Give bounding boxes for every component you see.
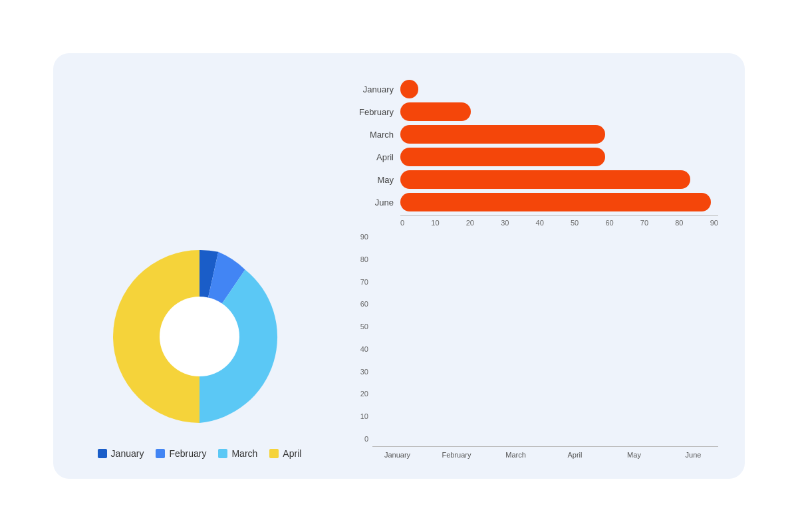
hbar-label: May [352,175,394,185]
hbar-row-may: May [352,170,718,189]
vbar-y-label: 60 [360,301,368,308]
hbar-axis-labels: 0102030405060708090 [400,219,718,227]
legend-label-february: February [169,448,206,459]
legend-march: March [218,448,257,459]
hbar-fill [400,170,690,189]
legend-dot-april [269,449,279,458]
hbar-row-june: June [352,193,718,211]
hbar-axis-label: 20 [466,219,474,227]
vbar-y-axis: 0102030405060708090 [352,233,372,459]
legend-dot-february [156,449,165,458]
donut-chart [100,237,299,436]
hbar-axis-label: 70 [640,219,648,227]
vbar-bars-container [372,233,718,447]
hbar-track [400,80,718,98]
hbar-label: June [352,198,394,207]
hbar-row-april: April [352,148,718,166]
horizontal-bar-chart: JanuaryFebruaryMarchAprilMayJune01020304… [352,80,718,227]
svg-point-0 [160,297,239,376]
hbar-axis-label: 80 [675,219,683,227]
legend-label-january: January [111,448,144,459]
legend-dot-january [98,449,107,458]
hbar-axis-label: 40 [536,219,544,227]
hbar-label: April [352,152,394,162]
vbar-x-label: May [609,451,659,459]
hbar-fill [400,80,418,98]
hbar-track [400,170,718,189]
hbar-axis-label: 0 [400,219,404,227]
hbar-axis-label: 60 [605,219,613,227]
legend-april: April [269,448,301,459]
hbar-track [400,148,718,166]
hbar-axis-label: 50 [571,219,579,227]
vbar-x-label: January [372,451,422,459]
legend-label-march: March [231,448,257,459]
hbar-fill [400,193,711,211]
vbar-y-label: 0 [364,436,368,443]
vertical-bar-chart: 0102030405060708090JanuaryFebruaryMarchA… [352,233,718,459]
vbar-y-label: 30 [360,368,368,376]
right-panel: JanuaryFebruaryMarchAprilMayJune01020304… [352,80,718,459]
hbar-row-march: March [352,125,718,144]
vbar-x-label: April [550,451,600,459]
vbar-x-label: February [432,451,481,459]
vbar-y-label: 50 [360,323,368,331]
hbar-track [400,125,718,144]
vbar-bars-wrapper: JanuaryFebruaryMarchAprilMayJune [372,233,718,459]
hbar-fill [400,102,471,121]
donut-legend: January February March April [98,448,302,459]
vbar-x-label: March [491,451,541,459]
hbar-axis-label: 30 [501,219,509,227]
page-container: January February March April Ja [13,13,785,519]
vbar-chart-area: 0102030405060708090JanuaryFebruaryMarchA… [352,233,718,459]
hbar-label: February [352,107,394,117]
left-panel: January February March April [73,80,326,459]
hbar-fill [400,125,605,144]
hbar-label: March [352,130,394,140]
legend-january: January [98,448,144,459]
vbar-y-label: 40 [360,346,368,353]
dashboard-card: January February March April Ja [53,53,745,479]
vbar-x-label: June [668,451,718,459]
hbar-fill [400,148,605,166]
hbar-axis: 0102030405060708090 [400,215,718,227]
hbar-label: January [352,84,394,94]
vbar-x-labels: JanuaryFebruaryMarchAprilMayJune [372,447,718,459]
hbar-row-january: January [352,80,718,98]
hbar-row-february: February [352,102,718,121]
hbar-axis-label: 90 [710,219,718,227]
hbar-axis-label: 10 [431,219,439,227]
vbar-y-label: 80 [360,256,368,263]
hbar-track [400,193,718,211]
legend-february: February [156,448,206,459]
hbar-track [400,102,718,121]
legend-dot-march [218,449,227,458]
vbar-y-label: 20 [360,390,368,398]
vbar-y-label: 10 [360,413,368,420]
legend-label-april: April [283,448,301,459]
vbar-y-label: 70 [360,279,368,286]
vbar-y-label: 90 [360,233,368,241]
